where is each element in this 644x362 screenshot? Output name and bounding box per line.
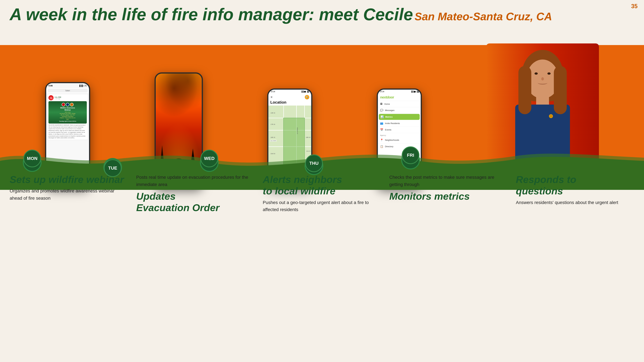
- webinar-subtitle: Webinar: [50, 109, 85, 111]
- day-thu-label: THU: [309, 161, 318, 166]
- nd-messages-label: Messages: [385, 109, 394, 111]
- events-icon: 📅: [380, 128, 383, 131]
- nextdoor-logo: nextdoor: [380, 95, 418, 99]
- home-icon: 🏛: [380, 102, 383, 105]
- person-nose: [541, 77, 544, 80]
- phone1-browser: Safari: [65, 90, 70, 91]
- activity-tue: Posts real time update on evacuation pro…: [132, 174, 258, 357]
- phone1-time: 5:06: [48, 84, 53, 87]
- map-search-icon[interactable]: 🔍: [305, 95, 309, 99]
- phone4-icons: ▐▐ ⬤ ▐▐: [411, 91, 419, 93]
- activity-mon: Sets up wildfire webinar Organizes and p…: [6, 174, 132, 357]
- phone4-time: 10:28: [380, 91, 384, 93]
- neighborhoods-icon: 📍: [380, 138, 383, 142]
- phone3-close-icon[interactable]: ✕: [270, 95, 273, 99]
- day-fri-label: FRI: [407, 153, 414, 158]
- nd-events-label: Events: [385, 129, 392, 131]
- nd-nav-messages[interactable]: 💬 Messages: [378, 107, 421, 114]
- street-18th-r: 18th St: [306, 137, 310, 138]
- day-wed-label: WED: [204, 156, 214, 161]
- nd-nav-home[interactable]: 🏛 Home: [378, 101, 421, 107]
- fri-title: Responds toquestions: [516, 174, 633, 197]
- metrics-icon: 📊: [380, 115, 384, 118]
- nd-nav-metrics-active[interactable]: 📊 Metrics: [379, 114, 420, 120]
- webinar-title: Wildfire Awareness: [50, 107, 85, 109]
- phone3-time: 10:28: [271, 91, 275, 93]
- webinar-join: Join us as: [50, 111, 85, 113]
- person-hair-right: [554, 66, 567, 114]
- outlet-label: ery Outlet: [270, 140, 277, 142]
- nd-home-label: Home: [384, 103, 390, 105]
- post-body-text: WILDFIRE AWARENESS WEBINAR: Meet our gue…: [48, 124, 87, 139]
- activity-thu: Checks the post metrics to make sure mes…: [384, 174, 511, 357]
- calfire-post-time: 1 min ago: [54, 98, 61, 99]
- day-mon-label: MON: [27, 156, 37, 161]
- nd-agency-label: Agency: [378, 133, 421, 137]
- day-wed-circle: WED: [200, 150, 218, 167]
- wed-desc: Pushes out a geo-targeted urgent alert a…: [263, 199, 380, 214]
- person-neck: [536, 93, 549, 106]
- person-right-eye: [548, 72, 550, 75]
- calfire-org-name: CAL FIRE: [54, 96, 61, 98]
- tue-desc-above: Posts real time update on evacuation pro…: [136, 174, 253, 188]
- activity-fri: Responds toquestions Answers residents' …: [511, 174, 638, 357]
- page-title-location: San Mateo-Santa Cruz, CA: [414, 10, 552, 23]
- day-tue-label: TUE: [108, 166, 117, 171]
- phone3-icons: ▐▐ ⬤ ▐▐: [301, 91, 309, 93]
- thu-desc-above: Checks the post metrics to make sure mes…: [389, 174, 506, 188]
- person-badge: [549, 114, 553, 118]
- invite-icon: 👥: [380, 122, 383, 125]
- person-left-eye: [534, 72, 538, 75]
- mon-desc: Organizes and promotes wildfire awarenes…: [10, 187, 126, 202]
- day-mon-circle: MON: [23, 150, 41, 167]
- smoke-layer: [156, 73, 202, 122]
- page-title-main: A week in the life of fire info manager:…: [10, 5, 413, 24]
- nd-invite-label: Invite Residents: [385, 122, 400, 124]
- tue-title: UpdatesEvacuation Order: [136, 190, 253, 214]
- thu-title: Monitors metrics: [389, 190, 506, 202]
- street-17th: 17th St: [270, 124, 275, 125]
- webinar-date: Tuesday April 6 from 6:30 to: [50, 120, 85, 122]
- nd-neighborhoods-label: Neighborhoods: [385, 139, 399, 141]
- nd-metrics-label: Metrics: [385, 116, 393, 118]
- webinar-desc: we present CAL FIRE's "Ready,Set, Go Pro…: [50, 113, 85, 120]
- nd-nav-events[interactable]: 📅 Events: [378, 127, 421, 133]
- map-location-title: Location: [270, 100, 309, 105]
- nd-nav-invite[interactable]: 👥 Invite Residents: [378, 120, 421, 127]
- day-fri-circle: FRI: [402, 146, 420, 164]
- day-tue-circle: TUE: [104, 159, 122, 177]
- phone1-signal: ▐▐▐ LTE: [79, 85, 87, 87]
- day-thu-circle: THU: [305, 154, 323, 172]
- person-hair-left: [518, 66, 531, 114]
- fri-desc: Answers residents' questions about the u…: [516, 199, 633, 206]
- messages-icon: 💬: [380, 109, 383, 112]
- activities-section: Sets up wildfire webinar Organizes and p…: [6, 174, 638, 357]
- street-18th: 18th St: [270, 137, 275, 138]
- wed-title: Alerts neighborsto local wildfire: [263, 174, 380, 197]
- activity-wed: Alerts neighborsto local wildfire Pushes…: [258, 174, 384, 357]
- header-section: A week in the life of fire info manager:…: [10, 5, 634, 24]
- person-smile: [538, 81, 548, 84]
- street-13th: 13th St: [270, 112, 275, 114]
- alabama-label: Alabama St: [297, 127, 298, 134]
